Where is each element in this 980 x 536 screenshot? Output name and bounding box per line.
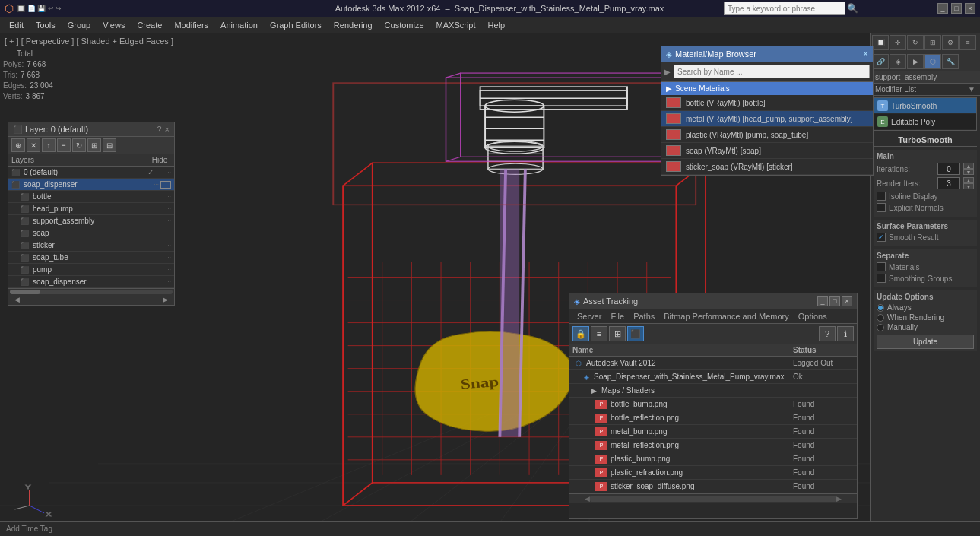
when-rendering-radio[interactable] <box>877 314 884 322</box>
menu-maxscript[interactable]: MAXScript <box>430 19 482 31</box>
modifier-turbosmoooth[interactable]: T TurboSmooth <box>874 98 976 114</box>
r-btn-6[interactable]: ≡ <box>959 35 976 50</box>
asset-close-btn[interactable]: × <box>842 296 852 306</box>
layer-item-soap-dispenser[interactable]: ⬛ soap_dispenser ··· <box>8 179 174 191</box>
layer-item-soap-tube[interactable]: ⬛ soap_tube ··· <box>8 252 174 264</box>
mat-browser-close-btn[interactable]: × <box>863 49 868 59</box>
layers-scroll-right[interactable]: ▶ <box>160 296 171 303</box>
r-btn-move[interactable]: ✛ <box>890 35 906 50</box>
menu-animation[interactable]: Animation <box>214 19 264 31</box>
render-iters-input[interactable] <box>937 177 960 189</box>
asset-toolbar-grid-btn[interactable]: ⬛ <box>627 326 644 341</box>
layer-item-head-pump[interactable]: ⬛ head_pump ··· <box>8 203 174 215</box>
mat-item-sticker[interactable]: sticker_soap (VRayMtl) [sticker] <box>661 159 873 175</box>
iterations-up[interactable]: ▲ <box>963 163 974 169</box>
r-btn-select[interactable]: 🔲 <box>872 35 889 50</box>
menu-customize[interactable]: Customize <box>379 19 430 31</box>
asset-row-maps-folder[interactable]: ▶ Maps / Shaders <box>569 384 857 398</box>
asset-toolbar-help-btn[interactable]: ? <box>819 326 836 341</box>
asset-row-plastic-refraction[interactable]: P plastic_refraction.png Found <box>569 466 857 480</box>
search-icon[interactable]: 🔍 <box>847 3 858 14</box>
asset-row-plastic-bump[interactable]: P plastic_bump.png Found <box>569 452 857 466</box>
asset-menu-bitmap[interactable]: Bitmap Performance and Memory <box>659 309 793 323</box>
materials-checkbox[interactable] <box>877 262 886 271</box>
asset-row-max-file[interactable]: ◈ Soap_Dispenser_with_Stainless_Metal_Pu… <box>569 370 857 384</box>
asset-row-metal-bump[interactable]: P metal_bump.png Found <box>569 425 857 439</box>
minimize-button[interactable]: _ <box>937 3 948 14</box>
mat-browser-category[interactable]: ▶ Scene Materials <box>661 82 873 95</box>
menu-views[interactable]: Views <box>97 19 131 31</box>
isoline-checkbox[interactable] <box>877 192 886 201</box>
r-btn-scale[interactable]: ⊞ <box>924 35 941 50</box>
maximize-button[interactable]: □ <box>951 3 962 14</box>
smooth-result-checkbox[interactable]: ✓ <box>877 233 886 242</box>
layer-item-sticker[interactable]: ⬛ sticker ··· <box>8 239 174 252</box>
asset-menu-server[interactable]: Server <box>572 309 606 323</box>
layers-refresh-btn[interactable]: ↻ <box>72 138 86 152</box>
asset-menu-options[interactable]: Options <box>794 309 832 323</box>
modifier-editable-poly[interactable]: E Editable Poly <box>874 114 976 130</box>
asset-toolbar-btn1[interactable]: 🔒 <box>572 326 589 341</box>
asset-scroll-right[interactable]: ▶ <box>836 495 842 503</box>
asset-row-bottle-bump[interactable]: P bottle_bump.png Found <box>569 398 857 411</box>
smoothing-groups-checkbox[interactable] <box>877 274 886 283</box>
menu-rendering[interactable]: Rendering <box>328 19 379 31</box>
asset-row-metal-reflection[interactable]: P metal_reflection.png Found <box>569 439 857 452</box>
close-button[interactable]: × <box>965 3 975 14</box>
asset-menu-paths[interactable]: Paths <box>629 309 659 323</box>
layer-item-bottle[interactable]: ⬛ bottle ··· <box>8 191 174 203</box>
layers-close-btn[interactable]: × <box>165 125 170 134</box>
r-btn-motion[interactable]: ▶ <box>907 54 924 69</box>
layers-move-btn[interactable]: ↑ <box>42 138 56 152</box>
always-radio[interactable] <box>877 304 884 312</box>
layers-new-btn[interactable]: ⊕ <box>11 138 25 152</box>
r-btn-display[interactable]: ⬡ <box>924 54 941 69</box>
r-btn-link[interactable]: 🔗 <box>872 54 889 69</box>
asset-scrollbar[interactable]: ◀ ▶ <box>569 493 857 503</box>
asset-toolbar-info-btn[interactable]: ℹ <box>837 326 854 341</box>
asset-restore-btn[interactable]: □ <box>829 296 840 306</box>
asset-scroll-left[interactable]: ◀ <box>585 495 590 503</box>
layers-sort-btn[interactable]: ≡ <box>57 138 71 152</box>
menu-help[interactable]: Help <box>482 19 512 31</box>
asset-row-bottle-reflection[interactable]: P bottle_reflection.png Found <box>569 411 857 425</box>
render-iters-down[interactable]: ▼ <box>963 183 974 189</box>
layer-item-support-assembly[interactable]: ⬛ support_assembly ··· <box>8 215 174 227</box>
asset-toolbar-btn2[interactable]: ≡ <box>591 326 607 341</box>
explicit-normals-checkbox[interactable] <box>877 203 886 212</box>
mat-item-bottle[interactable]: bottle (VRayMtl) [bottle] <box>661 95 873 111</box>
r-btn-rotate[interactable]: ↻ <box>907 35 924 50</box>
modifier-dropdown-btn[interactable]: ▼ <box>968 85 975 94</box>
mat-item-metal[interactable]: metal (VRayMtl) [head_pump, support_asse… <box>661 111 873 127</box>
search-input[interactable] <box>724 2 845 15</box>
layers-scrollbar[interactable] <box>8 288 174 294</box>
layers-scroll-thumb[interactable] <box>10 290 40 294</box>
layers-scroll-track[interactable] <box>10 290 173 294</box>
menu-tools[interactable]: Tools <box>30 19 62 31</box>
menu-group[interactable]: Group <box>62 19 97 31</box>
asset-row-vault[interactable]: ⬡ Autodesk Vault 2012 Logged Out <box>569 357 857 370</box>
menu-create[interactable]: Create <box>131 19 168 31</box>
layer-item-pump[interactable]: ⬛ pump ··· <box>8 264 174 276</box>
asset-toolbar-btn3[interactable]: ⊞ <box>609 326 626 341</box>
render-iters-up[interactable]: ▲ <box>963 177 974 183</box>
layer-item-soap[interactable]: ⬛ soap ··· <box>8 227 174 239</box>
menu-graph-editors[interactable]: Graph Editors <box>264 19 328 31</box>
menu-edit[interactable]: Edit <box>3 19 30 31</box>
r-btn-5[interactable]: ⚙ <box>942 35 959 50</box>
iterations-input[interactable] <box>937 163 960 175</box>
asset-scroll-track[interactable] <box>590 496 836 502</box>
layers-delete-btn[interactable]: ✕ <box>27 138 40 152</box>
asset-row-sticker-diffuse[interactable]: P sticker_soap_diffuse.png Found <box>569 480 857 493</box>
menu-modifiers[interactable]: Modifiers <box>168 19 214 31</box>
layer-item-soap-dispenser2[interactable]: ⬛ soap_dispenser ··· <box>8 276 174 288</box>
update-button[interactable]: Update <box>877 335 974 349</box>
r-btn-utility[interactable]: 🔧 <box>942 54 959 69</box>
layers-scroll-left[interactable]: ◀ <box>11 296 23 303</box>
manually-radio[interactable] <box>877 324 884 331</box>
asset-menu-file[interactable]: File <box>606 309 629 323</box>
layers-expand-btn[interactable]: ⊟ <box>103 138 116 152</box>
r-btn-hierarchy[interactable]: ◈ <box>890 54 906 69</box>
layers-question-btn[interactable]: ? <box>157 125 161 134</box>
asset-minimize-btn[interactable]: _ <box>817 296 828 306</box>
